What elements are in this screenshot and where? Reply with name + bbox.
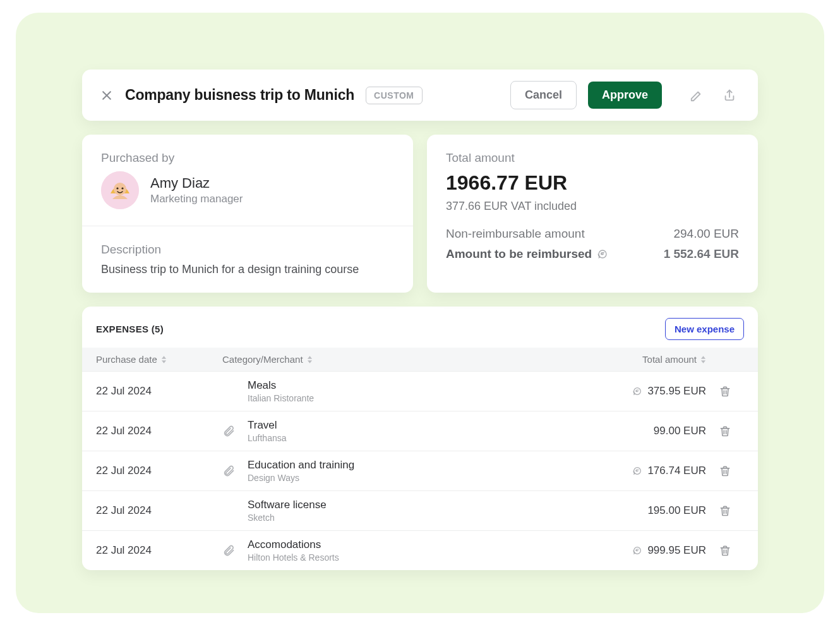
reimbursable-amount: 1 552.64 EUR	[664, 247, 739, 261]
cell-total: 999.95 EUR	[567, 544, 706, 557]
sort-icon	[700, 356, 706, 363]
description-text: Business trip to Munich for a design tra…	[101, 263, 394, 276]
non-reimbursable-label: Non-reimbursable amount	[446, 227, 585, 241]
new-expense-button[interactable]: New expense	[665, 318, 744, 340]
approve-button[interactable]: Approve	[588, 82, 662, 109]
total-value: 999.95 EUR	[647, 544, 706, 557]
table-row[interactable]: 22 Jul 2024Software licenseSketch195.00 …	[82, 490, 758, 530]
expenses-title: EXPENSES (5)	[96, 324, 164, 334]
close-icon[interactable]	[100, 88, 114, 102]
share-icon[interactable]	[719, 85, 740, 106]
purchaser-panel: Purchased by Am	[82, 135, 413, 293]
reimbursable-icon	[597, 248, 608, 260]
header-bar: Company buisness trip to Munich CUSTOM C…	[82, 70, 758, 121]
purchased-by-label: Purchased by	[101, 151, 394, 165]
category-name: Education and training	[248, 459, 567, 472]
category-name: Meals	[248, 379, 567, 392]
sort-icon	[161, 356, 167, 363]
table-row[interactable]: 22 Jul 2024AccomodationsHilton Hotels & …	[82, 530, 758, 570]
table-row[interactable]: 22 Jul 2024Education and trainingDesign …	[82, 451, 758, 490]
reimbursable-icon	[632, 466, 642, 476]
delete-icon[interactable]	[706, 465, 744, 477]
avatar	[101, 171, 139, 209]
col-category[interactable]: Category/Merchant	[222, 354, 567, 365]
cell-category: MealsItalian Ristorante	[248, 379, 567, 403]
cancel-button[interactable]: Cancel	[510, 81, 577, 109]
cell-date: 22 Jul 2024	[96, 425, 222, 437]
cell-category: Software licenseSketch	[248, 499, 567, 523]
delete-icon[interactable]	[706, 544, 744, 557]
col-total[interactable]: Total amount	[567, 354, 706, 365]
total-value: 176.74 EUR	[647, 465, 706, 477]
expenses-card: EXPENSES (5) New expense Purchase date C…	[82, 307, 758, 570]
cell-total: 176.74 EUR	[567, 465, 706, 477]
table-header: Purchase date Category/Merchant Total am…	[82, 348, 758, 371]
vat-text: 377.66 EUR VAT included	[446, 200, 739, 213]
cell-date: 22 Jul 2024	[96, 465, 222, 477]
totals-panel: Total amount 1966.77 EUR 377.66 EUR VAT …	[427, 135, 758, 293]
total-value: 375.95 EUR	[647, 385, 706, 398]
cell-date: 22 Jul 2024	[96, 385, 222, 398]
merchant-name: Lufthansa	[248, 433, 567, 443]
svg-point-3	[114, 183, 126, 195]
col-purchase-date[interactable]: Purchase date	[96, 354, 222, 365]
attachment-icon[interactable]	[222, 425, 248, 437]
category-name: Software license	[248, 499, 567, 511]
delete-icon[interactable]	[706, 385, 744, 398]
total-value: 99.00 EUR	[654, 425, 706, 437]
cell-category: AccomodationsHilton Hotels & Resorts	[248, 539, 567, 563]
cell-date: 22 Jul 2024	[96, 544, 222, 557]
merchant-name: Italian Ristorante	[248, 393, 567, 403]
merchant-name: Design Ways	[248, 473, 567, 483]
total-value: 195.00 EUR	[647, 504, 706, 517]
reimbursable-label: Amount to be reimbursed	[446, 247, 592, 261]
table-row[interactable]: 22 Jul 2024MealsItalian Ristorante375.95…	[82, 371, 758, 411]
svg-point-4	[116, 187, 118, 189]
cell-total: 375.95 EUR	[567, 385, 706, 398]
cell-category: TravelLufthansa	[248, 419, 567, 443]
merchant-name: Hilton Hotels & Resorts	[248, 552, 567, 563]
sort-icon	[307, 356, 313, 363]
cell-total: 99.00 EUR	[567, 425, 706, 437]
cell-date: 22 Jul 2024	[96, 504, 222, 517]
merchant-name: Sketch	[248, 513, 567, 523]
delete-icon[interactable]	[706, 425, 744, 437]
total-amount-label: Total amount	[446, 151, 739, 165]
table-row[interactable]: 22 Jul 2024TravelLufthansa99.00 EUR	[82, 411, 758, 451]
purchaser-name: Amy Diaz	[150, 175, 243, 192]
svg-point-5	[121, 187, 123, 189]
reimbursable-icon	[632, 386, 642, 396]
total-amount-value: 1966.77 EUR	[446, 171, 739, 195]
reimbursable-icon	[632, 545, 642, 556]
category-name: Accomodations	[248, 539, 567, 551]
attachment-icon[interactable]	[222, 465, 248, 477]
cell-category: Education and trainingDesign Ways	[248, 459, 567, 483]
non-reimbursable-amount: 294.00 EUR	[673, 227, 739, 241]
category-name: Travel	[248, 419, 567, 432]
custom-tag: CUSTOM	[366, 87, 422, 104]
page-title: Company buisness trip to Munich	[125, 87, 354, 104]
cell-total: 195.00 EUR	[567, 504, 706, 517]
attachment-icon[interactable]	[222, 544, 248, 557]
delete-icon[interactable]	[706, 504, 744, 517]
purchaser-role: Marketing manager	[150, 193, 243, 205]
edit-icon[interactable]	[686, 85, 707, 106]
description-label: Description	[101, 243, 394, 257]
